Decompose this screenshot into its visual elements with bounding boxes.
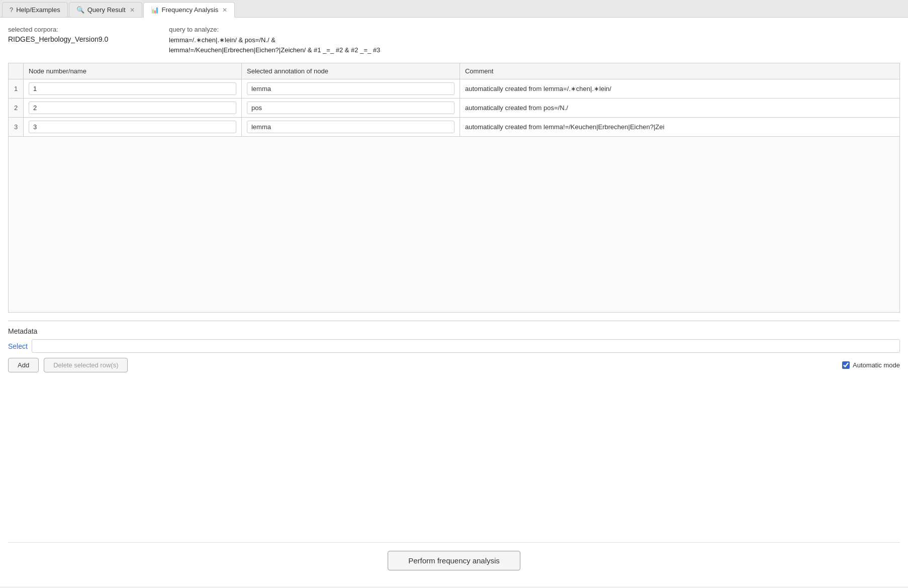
perform-section: Perform frequency analysis xyxy=(8,542,900,578)
main-wrapper: selected corpora: RIDGES_Herbology_Versi… xyxy=(8,26,900,578)
automatic-mode-label: Automatic mode xyxy=(842,361,900,369)
tab-frequency-analysis[interactable]: 📊 Frequency Analysis ✕ xyxy=(143,2,235,18)
tab-frequency-analysis-label: Frequency Analysis xyxy=(162,6,219,14)
search-icon: 🔍 xyxy=(76,6,84,14)
annotation-input-2[interactable] xyxy=(247,102,455,114)
node-cell-3 xyxy=(24,118,242,137)
col-header-annotation: Selected annotation of node xyxy=(241,63,460,79)
tab-query-result-label: Query Result xyxy=(87,6,126,14)
metadata-section: Metadata Select Add Delete selected row(… xyxy=(8,321,900,372)
select-link[interactable]: Select xyxy=(8,342,28,350)
node-input-3[interactable] xyxy=(29,121,236,133)
tab-help[interactable]: ? Help/Examples xyxy=(2,2,68,17)
table-row: 2 automatically created from pos=/N./ xyxy=(9,99,900,118)
table-empty-space xyxy=(8,137,900,313)
tab-query-result-close[interactable]: ✕ xyxy=(130,7,135,14)
corpora-label: selected corpora: xyxy=(8,26,149,33)
tab-query-result[interactable]: 🔍 Query Result ✕ xyxy=(69,2,142,17)
comment-cell-3: automatically created from lemma!=/Keuch… xyxy=(460,118,899,137)
select-row: Select xyxy=(8,339,900,353)
row-num-2: 2 xyxy=(9,99,24,118)
automatic-mode-text: Automatic mode xyxy=(853,361,900,369)
col-header-node: Node number/name xyxy=(24,63,242,79)
top-info: selected corpora: RIDGES_Herbology_Versi… xyxy=(8,26,900,55)
main-content: selected corpora: RIDGES_Herbology_Versi… xyxy=(0,18,908,586)
annotation-input-1[interactable] xyxy=(247,82,455,95)
annotation-cell-1 xyxy=(241,79,460,99)
data-table: Node number/name Selected annotation of … xyxy=(8,63,900,137)
metadata-label: Metadata xyxy=(8,327,900,335)
table-row: 1 automatically created from lemma=/.∗ch… xyxy=(9,79,900,99)
comment-cell-2: automatically created from pos=/N./ xyxy=(460,99,899,118)
comment-cell-1: automatically created from lemma=/.∗chen… xyxy=(460,79,899,99)
delete-button[interactable]: Delete selected row(s) xyxy=(44,358,128,372)
chart-icon: 📊 xyxy=(151,6,159,14)
add-button[interactable]: Add xyxy=(8,358,39,372)
table-row: 3 automatically created from lemma!=/Keu… xyxy=(9,118,900,137)
select-input[interactable] xyxy=(32,339,900,353)
annotation-input-3[interactable] xyxy=(247,121,455,133)
annotation-cell-2 xyxy=(241,99,460,118)
node-cell-1 xyxy=(24,79,242,99)
tab-frequency-analysis-close[interactable]: ✕ xyxy=(222,7,227,14)
help-icon: ? xyxy=(10,6,13,14)
col-header-comment: Comment xyxy=(460,63,899,79)
query-label: query to analyze: xyxy=(169,26,900,33)
node-input-2[interactable] xyxy=(29,102,236,114)
tab-bar: ? Help/Examples 🔍 Query Result ✕ 📊 Frequ… xyxy=(0,0,908,18)
automatic-mode-checkbox[interactable] xyxy=(842,361,850,369)
node-cell-2 xyxy=(24,99,242,118)
perform-button[interactable]: Perform frequency analysis xyxy=(388,551,520,570)
annotation-cell-3 xyxy=(241,118,460,137)
corpora-value: RIDGES_Herbology_Version9.0 xyxy=(8,35,149,43)
row-num-3: 3 xyxy=(9,118,24,137)
node-input-1[interactable] xyxy=(29,82,236,95)
query-value: lemma=/.∗chen|.∗lein/ & pos=/N./ &lemma!… xyxy=(169,35,900,55)
action-row: Add Delete selected row(s) Automatic mod… xyxy=(8,358,900,372)
tab-help-label: Help/Examples xyxy=(16,6,60,14)
row-num-1: 1 xyxy=(9,79,24,99)
query-section: query to analyze: lemma=/.∗chen|.∗lein/ … xyxy=(169,26,900,55)
col-header-rownum xyxy=(9,63,24,79)
corpora-section: selected corpora: RIDGES_Herbology_Versi… xyxy=(8,26,149,55)
